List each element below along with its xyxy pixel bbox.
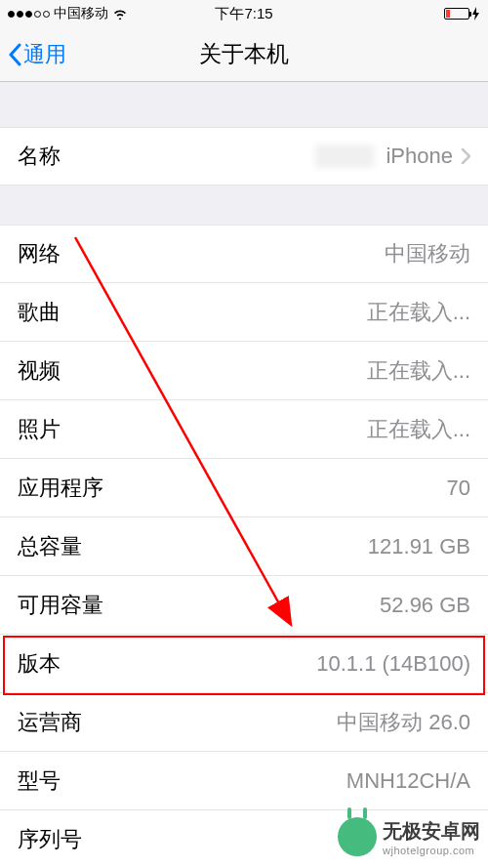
- section-spacer: [0, 82, 488, 127]
- watermark-cn: 无极安卓网: [383, 818, 480, 845]
- name-row[interactable]: 名称 iPhone: [0, 127, 488, 186]
- section-spacer: [0, 186, 488, 225]
- table-row: 网络中国移动: [0, 225, 488, 283]
- table-row: 运营商中国移动 26.0: [0, 693, 488, 752]
- row-label: 照片: [18, 415, 61, 444]
- table-row: 照片正在载入...: [0, 400, 488, 459]
- info-list: 网络中国移动歌曲正在载入...视频正在载入...照片正在载入...应用程序70总…: [0, 225, 488, 868]
- page-title: 关于本机: [199, 39, 289, 69]
- charging-icon: [472, 7, 480, 21]
- table-row: 总容量121.91 GB: [0, 517, 488, 576]
- back-button[interactable]: 通用: [8, 40, 66, 69]
- row-label: 视频: [18, 356, 61, 386]
- status-time: 下午7:15: [215, 5, 272, 23]
- table-row: 可用容量52.96 GB: [0, 576, 488, 635]
- table-row: 歌曲正在载入...: [0, 283, 488, 342]
- row-value: 70: [447, 475, 470, 501]
- carrier-label: 中国移动: [54, 5, 108, 22]
- row-value: 121.91 GB: [368, 534, 470, 559]
- table-row: 版本10.1.1 (14B100): [0, 635, 488, 693]
- row-value: 52.96 GB: [380, 593, 470, 618]
- row-value: iPhone: [315, 144, 470, 169]
- signal-strength-icon: [8, 11, 50, 18]
- row-label: 运营商: [18, 708, 82, 737]
- row-value: 中国移动 26.0: [337, 708, 470, 737]
- row-label: 歌曲: [18, 298, 61, 327]
- status-bar: 中国移动 下午7:15: [0, 0, 488, 27]
- table-row: 型号MNH12CH/A: [0, 752, 488, 810]
- chevron-left-icon: [8, 43, 21, 66]
- row-value: MNH12CH/A: [346, 768, 470, 794]
- watermark-logo-icon: [338, 817, 377, 856]
- watermark-en: wjhotelgroup.com: [383, 845, 480, 856]
- row-label: 型号: [18, 766, 61, 796]
- row-value: 正在载入...: [367, 356, 470, 386]
- chevron-right-icon: [461, 148, 470, 164]
- row-label: 版本: [18, 649, 61, 679]
- navigation-bar: 通用 关于本机: [0, 27, 488, 82]
- row-label: 网络: [18, 239, 61, 269]
- row-label: 名称: [18, 142, 61, 171]
- status-right: [444, 7, 480, 21]
- row-label: 序列号: [18, 825, 82, 854]
- row-label: 可用容量: [18, 591, 103, 620]
- watermark: 无极安卓网 wjhotelgroup.com: [338, 817, 480, 856]
- table-row: 视频正在载入...: [0, 342, 488, 400]
- battery-icon: [444, 8, 469, 20]
- back-label: 通用: [23, 40, 66, 69]
- status-left: 中国移动: [8, 5, 128, 22]
- row-value: 10.1.1 (14B100): [316, 651, 470, 677]
- row-value: 正在载入...: [367, 415, 470, 444]
- row-value: 正在载入...: [367, 298, 470, 327]
- wifi-icon: [112, 8, 128, 20]
- row-label: 应用程序: [18, 474, 103, 503]
- table-row: 应用程序70: [0, 459, 488, 517]
- row-value: 中国移动: [385, 239, 470, 269]
- row-label: 总容量: [18, 532, 82, 561]
